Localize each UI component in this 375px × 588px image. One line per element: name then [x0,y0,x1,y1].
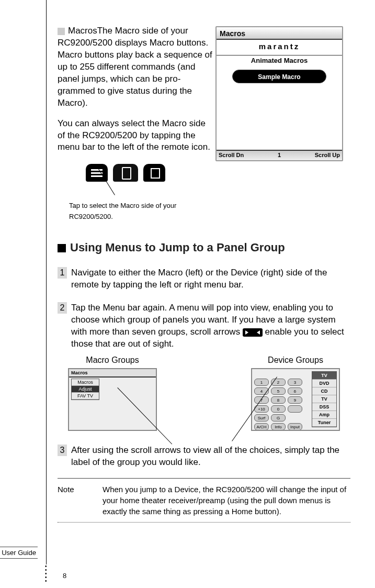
device-menu-item: CD [312,387,336,395]
device-menu: TV DVD CD TV DSS Amp Tuner [312,371,337,427]
device-top-bar: Macros [217,27,342,40]
step-number-2: 2 [58,302,67,314]
step-3-text: After using the scroll arrows to view al… [71,445,350,469]
macro-menu-item: Adjust [72,386,99,393]
device-menu-item: Amp [312,411,336,419]
device-bottom-bar: Scroll Dn 1 Scroll Up [217,150,342,160]
device-subtitle: Animated Macros [217,56,342,68]
device-menu-item: DVD [312,380,336,387]
step-1: 1 Navigate to either the Macro (left) or… [58,267,350,291]
sample-macro-button: Sample Macro [232,70,326,83]
bullet-square-icon [58,28,65,35]
footer-dots-icon: ••••• [45,564,47,583]
bullet-square-dark-icon [58,244,66,252]
step-number-1: 1 [58,267,67,279]
note-block: Note When you jump to a Device, the RC92… [58,478,350,523]
device-groups-image: 123 456 789 +100 SurfG A/CHInfoInput TV … [251,368,340,431]
macro-groups-label: Macro Groups [68,356,157,365]
groups-row: Macro Groups Macros Macros Adjust FAV TV… [58,356,350,431]
macros-paragraph-1: The Macro side of your RC9200/5200 displ… [58,26,212,108]
menu-bar-icons [86,164,350,182]
user-guide-tag: User Guide [0,547,38,559]
page-indicator: 1 [217,152,342,158]
heading-text: Using Menus to Jump to a Panel Group [70,241,285,254]
macro-menu: Macros Adjust FAV TV [71,379,99,400]
step-2-text: Tap the Menu bar again. A menu will pop … [71,302,350,350]
heading-using-menus: Using Menus to Jump to a Panel Group [58,240,350,256]
step-2: 2 Tap the Menu bar again. A menu will po… [58,302,350,350]
device-groups-label: Device Groups [251,356,340,365]
device-menu-header: TV [312,372,336,380]
note-label: Note [58,484,103,517]
step-number-3: 3 [58,445,67,456]
menu-right-icon [143,164,165,182]
scroll-arrows-icon [243,328,263,337]
device-menu-item: TV [312,395,336,403]
remote-center-icon [113,164,138,182]
note-text: When you jump to a Device, the RC9200/52… [103,484,350,517]
step-1-text: Navigate to either the Macro (left) or t… [71,267,350,291]
device-menu-item: DSS [312,403,336,411]
macros-paragraph-2: You can always select the Macro side of … [58,118,214,154]
left-rule [46,0,47,564]
tap-caption: Tap to select the Macro side of your RC9… [69,201,205,223]
step-3: 3 After using the scroll arrows to view … [58,445,350,469]
macro-img-top: Macros [69,369,156,378]
macro-groups-image: Macros Macros Adjust FAV TV [68,368,157,431]
macro-menu-item: FAV TV [72,393,99,400]
device-screenshot: Macros marantz Animated Macros Sample Ma… [215,26,343,161]
macros-intro: MacrosThe Macro side of your RC9200/5200… [58,25,214,109]
page: MacrosThe Macro side of your RC9200/5200… [0,0,375,588]
macro-groups-col: Macro Groups Macros Macros Adjust FAV TV [68,356,157,431]
device-brand: marantz [217,40,342,56]
page-number: 8 [63,572,66,580]
macro-menu-item: Macros [72,379,99,386]
device-menu-item: Tuner [312,419,336,427]
macros-label: Macros [68,26,97,36]
device-keypad: 123 456 789 +100 SurfG A/CHInfoInput [254,379,303,431]
